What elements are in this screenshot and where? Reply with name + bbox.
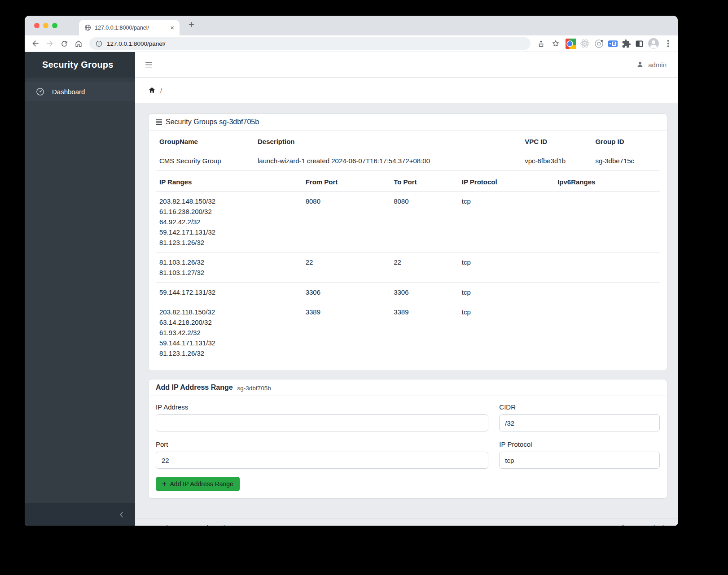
plus-icon: + [162,481,167,487]
person-icon [636,61,644,69]
table-row: 203.82.118.150/32 63.14.218.200/32 61.93… [156,302,660,363]
web-page: Security Groups Dashboard [25,52,678,526]
security-groups-card-header: Security Groups sg-3dbf705b [149,114,667,131]
add-ip-range-card: Add IP Address Range sg-3dbf705b IP Addr… [148,379,667,499]
vpc-id-cell: vpc-6fbe3d1b [521,151,592,171]
ip-range: 203.82.118.150/32 [159,307,298,317]
list-icon [156,119,162,125]
tab-title: 127.0.0.1:8000/panel/ [95,25,166,31]
table-row: 59.144.172.131/32 3306 3306 tcp [156,283,660,302]
port-label: Port [156,440,488,448]
browser-window: 127.0.0.1:8000/panel/ × + 127.0.0.1:8000… [25,16,678,526]
sidebar: Security Groups Dashboard [25,52,135,526]
to-port-cell: 3306 [390,283,458,302]
reload-icon[interactable] [58,37,70,50]
cidr-input[interactable] [499,414,660,431]
table-row: 203.82.148.150/32 61.16.238.200/32 64.92… [156,192,660,253]
col-groupname: GroupName [156,131,254,151]
content: Security Groups sg-3dbf705b GroupName De… [135,103,678,518]
atom-extension-icon[interactable] [579,38,590,49]
protocol-field-group: IP Protocol [499,440,660,469]
browser-tab[interactable]: 127.0.0.1:8000/panel/ × [79,20,180,35]
col-ip-protocol: IP Protocol [458,171,554,192]
sidebar-item-label: Dashboard [52,88,85,96]
ipv6-cell [554,283,660,302]
browser-menu-icon[interactable] [663,37,674,50]
globe-icon [84,24,91,31]
port-input[interactable] [156,452,488,469]
ip-table-header-row: IP Ranges From Port To Port IP Protocol … [156,171,660,192]
col-vpc-id: VPC ID [521,131,592,151]
protocol-cell: tcp [458,253,554,283]
collapse-sidebar-chevron-icon[interactable] [119,511,123,518]
ipv6-cell [554,302,660,363]
security-groups-card-body: GroupName Description VPC ID Group ID CM… [149,131,667,370]
share-icon[interactable] [535,37,548,50]
profile-avatar-icon[interactable] [648,38,659,49]
extensions-puzzle-icon[interactable] [622,39,631,48]
ip-address-input[interactable] [156,414,488,431]
colorful-extension-icon[interactable] [566,39,576,49]
col-ipv6-ranges: Ipv6Ranges [554,171,660,192]
hamburger-menu-icon[interactable] [145,62,153,68]
ip-range: 203.82.148.150/32 [159,196,298,206]
forward-icon[interactable] [44,37,56,50]
to-port-cell: 22 [390,253,458,283]
col-to-port: To Port [390,171,458,192]
col-ip-ranges: IP Ranges [156,171,302,192]
group-table: GroupName Description VPC ID Group ID CM… [156,131,660,171]
ip-ranges-cell: 203.82.148.150/32 61.16.238.200/32 64.92… [156,192,302,253]
ip-range: 59.144.171.131/32 [159,338,298,348]
group-table-header-row: GroupName Description VPC ID Group ID [156,131,660,151]
url-bar[interactable]: 127.0.0.1:8000/panel/ [89,37,531,50]
add-ip-range-form: IP Address CIDR Port [156,403,660,469]
protocol-cell: tcp [458,302,554,363]
add-ip-range-button[interactable]: + Add IP Address Range [156,477,240,491]
bookmark-star-icon[interactable] [549,37,562,50]
add-ip-range-card-body: IP Address CIDR Port [149,396,667,498]
to-port-cell: 8080 [390,192,458,253]
from-port-cell: 3306 [302,283,390,302]
protocol-input[interactable] [499,452,660,469]
top-navbar: admin [135,52,678,78]
orbit-extension-icon[interactable] [594,39,604,49]
ip-range: 61.16.238.200/32 [159,206,298,217]
ip-range: 81.103.1.27/32 [159,267,298,278]
close-window-button[interactable] [34,23,39,28]
security-groups-card-title: Security Groups sg-3dbf705b [166,118,259,126]
security-groups-card: Security Groups sg-3dbf705b GroupName De… [148,113,667,371]
window-controls [34,23,57,28]
ip-ranges-cell: 81.103.1.26/32 81.103.1.27/32 [156,253,302,283]
close-tab-icon[interactable]: × [169,24,175,31]
protocol-cell: tcp [458,283,554,302]
col-group-id: Group ID [592,131,660,151]
info-icon[interactable] [96,40,102,47]
tab-strip: 127.0.0.1:8000/panel/ × + [25,16,678,35]
maximize-window-button[interactable] [52,23,57,28]
breadcrumb-separator: / [160,87,162,94]
tag-extension-icon[interactable]: B [608,39,618,49]
user-menu[interactable]: admin [636,61,667,69]
add-ip-range-button-label: Add IP Address Range [170,480,233,488]
home-icon[interactable] [72,37,85,50]
side-panel-icon[interactable] [635,39,644,48]
group-id-cell: sg-3dbe715c [592,151,660,171]
breadcrumb-home-icon[interactable] [148,87,156,94]
page-footer: Security Group Webstack © 2023 Pulsely [135,518,678,526]
port-field-group: Port [156,440,488,469]
footer-app-name: Security Group Webstack [148,524,227,526]
ip-address-label: IP Address [156,403,488,411]
ip-range: 81.123.1.26/32 [159,237,298,248]
extension-icons: B [566,38,659,49]
sidebar-item-dashboard[interactable]: Dashboard [25,82,135,101]
cidr-field-group: CIDR [499,403,660,431]
main-area: admin / Security Groups sg-3dbf705b [135,52,678,526]
new-tab-button[interactable]: + [186,20,197,31]
from-port-cell: 8080 [302,192,390,253]
url-text[interactable]: 127.0.0.1:8000/panel/ [107,40,166,47]
protocol-label: IP Protocol [499,440,660,448]
back-icon[interactable] [29,37,42,50]
col-description: Description [254,131,521,151]
minimize-window-button[interactable] [43,23,48,28]
to-port-cell: 3389 [390,302,458,363]
